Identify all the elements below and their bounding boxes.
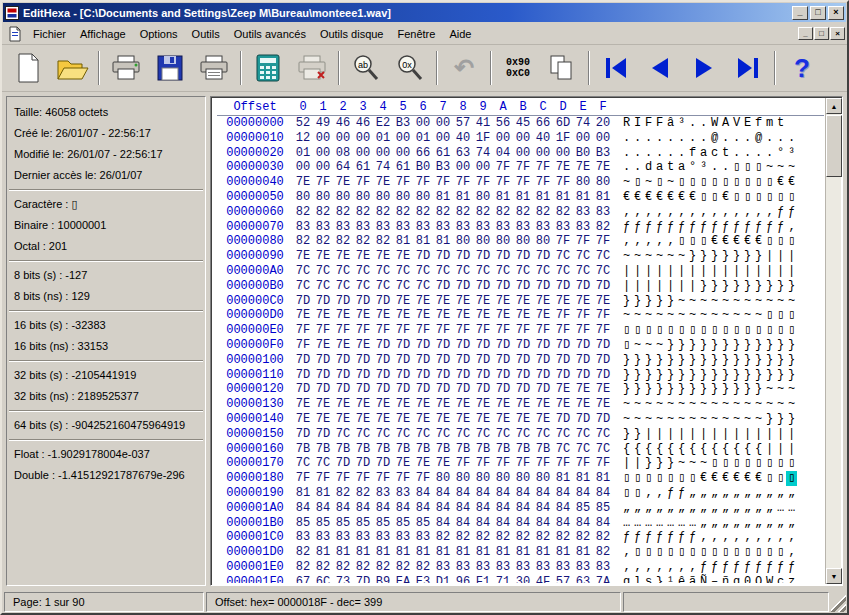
hex-byte[interactable]: 7E <box>493 397 513 412</box>
ascii-char[interactable]: } <box>643 294 654 309</box>
hex-byte[interactable]: 83 <box>533 560 553 575</box>
hex-byte[interactable]: 7F <box>593 234 613 249</box>
hex-byte[interactable]: 82 <box>333 486 353 501</box>
hex-byte[interactable]: 00 <box>573 131 593 146</box>
ascii-char[interactable]: } <box>621 353 632 368</box>
ascii-char[interactable]: ‚ <box>720 530 731 545</box>
hex-byte[interactable]: 7E <box>473 412 493 427</box>
ascii-char[interactable]: ~ <box>709 397 720 412</box>
hex-byte[interactable]: 7D <box>393 368 413 383</box>
ascii-char[interactable]: ▯ <box>687 545 698 560</box>
hex-byte[interactable]: 83 <box>313 220 333 235</box>
ascii-char[interactable]: ▯ <box>698 175 709 190</box>
ascii-char[interactable]: ▯ <box>764 323 775 338</box>
hex-byte[interactable]: 7D <box>513 279 533 294</box>
hex-byte[interactable]: 7D <box>333 368 353 383</box>
ascii-char[interactable]: ▯ <box>709 175 720 190</box>
hex-byte[interactable]: 7D <box>413 338 433 353</box>
ascii-char[interactable]: } <box>775 412 786 427</box>
hex-byte[interactable]: 81 <box>313 545 333 560</box>
hex-byte[interactable]: 80 <box>513 471 533 486</box>
ascii-char[interactable]: . <box>775 131 786 146</box>
ascii-char[interactable]: ▯ <box>786 456 797 471</box>
hex-byte[interactable]: 7C <box>333 264 353 279</box>
ascii-char[interactable]: ~ <box>643 338 654 353</box>
ascii-char[interactable]: ƒ <box>709 560 720 575</box>
ascii-char[interactable]: | <box>687 264 698 279</box>
hex-byte[interactable]: 7D <box>513 382 533 397</box>
hex-byte[interactable]: 7B <box>493 442 513 457</box>
hex-byte[interactable]: 7D <box>473 368 493 383</box>
ascii-char[interactable]: ~ <box>698 308 709 323</box>
ascii-char[interactable]: I <box>632 116 643 131</box>
ascii-char[interactable]: | <box>709 264 720 279</box>
hex-byte[interactable]: 7E <box>473 294 493 309</box>
hex-byte[interactable]: 7F <box>513 323 533 338</box>
ascii-char[interactable]: } <box>621 368 632 383</box>
ascii-char[interactable]: „ <box>709 516 720 531</box>
ascii-char[interactable]: ƒ <box>698 220 709 235</box>
ascii-char[interactable]: | <box>786 442 797 457</box>
ascii-char[interactable]: ▯ <box>698 234 709 249</box>
ascii-char[interactable]: ▯ <box>654 545 665 560</box>
ascii-char[interactable]: ▯ <box>775 234 786 249</box>
ascii-char[interactable]: ▯ <box>742 456 753 471</box>
hex-byte[interactable]: 80 <box>413 190 433 205</box>
hex-byte[interactable]: 82 <box>373 560 393 575</box>
hex-byte[interactable]: 7D <box>533 249 553 264</box>
hex-byte[interactable]: 84 <box>333 501 353 516</box>
hex-byte[interactable]: 81 <box>553 545 573 560</box>
hex-byte[interactable]: 7C <box>593 427 613 442</box>
ascii-char[interactable]: „ <box>731 486 742 501</box>
ascii-char[interactable]: @ <box>753 131 764 146</box>
ascii-char[interactable]: ~ <box>764 160 775 175</box>
ascii-char[interactable]: } <box>709 249 720 264</box>
ascii-char[interactable]: ~ <box>764 294 775 309</box>
hex-byte[interactable]: 81 <box>533 190 553 205</box>
hex-byte[interactable]: 81 <box>593 471 613 486</box>
hex-byte[interactable]: 7D <box>593 353 613 368</box>
ascii-char[interactable]: € <box>698 471 709 486</box>
ascii-char[interactable]: € <box>621 190 632 205</box>
hex-byte[interactable]: 00 <box>373 146 393 161</box>
hex-byte[interactable]: 7E <box>313 397 333 412</box>
ascii-char[interactable]: ▯ <box>676 471 687 486</box>
ascii-char[interactable]: „ <box>764 516 775 531</box>
hex-byte[interactable]: B0 <box>573 146 593 161</box>
hex-byte[interactable]: 7D <box>493 338 513 353</box>
ascii-char[interactable]: ‚ <box>753 205 764 220</box>
hex-byte[interactable]: 84 <box>293 501 313 516</box>
hex-byte[interactable]: 6D <box>553 116 573 131</box>
ascii-char[interactable]: } <box>665 294 676 309</box>
hex-byte[interactable]: 82 <box>533 205 553 220</box>
ascii-char[interactable]: „ <box>742 486 753 501</box>
hex-byte[interactable]: 7E <box>453 412 473 427</box>
hex-byte[interactable]: 7E <box>313 308 333 323</box>
hex-byte[interactable]: 7E <box>333 175 353 190</box>
hex-byte[interactable]: 7E <box>433 308 453 323</box>
ascii-char[interactable]: } <box>753 382 764 397</box>
ascii-char[interactable]: ▯ <box>753 456 764 471</box>
ascii-char[interactable]: ‚ <box>643 560 654 575</box>
ascii-char[interactable]: ƒ <box>643 530 654 545</box>
ascii-char[interactable]: ³ <box>698 160 709 175</box>
ascii-char[interactable]: | <box>654 279 665 294</box>
hex-byte[interactable]: 7F <box>333 471 353 486</box>
hex-byte[interactable]: 00 <box>393 131 413 146</box>
next-page-button[interactable] <box>683 48 725 88</box>
hex-byte[interactable]: 7D <box>453 279 473 294</box>
hex-byte[interactable]: 7F <box>573 456 593 471</box>
hex-byte[interactable]: 01 <box>413 131 433 146</box>
ascii-char[interactable]: } <box>775 338 786 353</box>
hex-byte[interactable]: 7F <box>453 175 473 190</box>
hex-byte[interactable]: 81 <box>393 545 413 560</box>
undo-button[interactable]: ↶ <box>443 48 485 88</box>
ascii-char[interactable]: } <box>753 279 764 294</box>
hex-byte[interactable]: 7C <box>513 264 533 279</box>
hex-byte[interactable]: 82 <box>353 205 373 220</box>
ascii-char[interactable]: } <box>709 368 720 383</box>
hex-byte[interactable]: 7D <box>293 294 313 309</box>
ascii-char[interactable]: | <box>731 427 742 442</box>
hex-byte[interactable]: 7D <box>473 279 493 294</box>
ascii-char[interactable]: … <box>676 516 687 531</box>
